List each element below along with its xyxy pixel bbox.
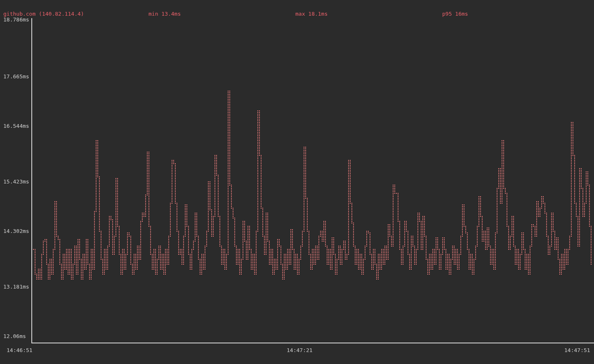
stat-min: min 13.4ms: [148, 11, 181, 17]
y-tick-label: 12.06ms: [3, 333, 26, 340]
y-tick-label: 16.544ms: [3, 123, 29, 129]
y-tick-label: 18.786ms: [3, 16, 29, 23]
stat-p95: p95 16ms: [442, 11, 468, 17]
y-tick-label: 17.665ms: [3, 73, 29, 80]
stat-max: max 18.1ms: [295, 11, 328, 17]
x-tick-label-start: 14:46:51: [7, 347, 33, 354]
x-axis-line: [31, 343, 594, 343]
gping-terminal-window: github.com (140.82.114.4) min 13.4ms max…: [0, 0, 594, 364]
latency-plot-canvas: [0, 0, 594, 364]
x-tick-label-mid: 14:47:21: [287, 347, 313, 354]
y-tick-label: 15.423ms: [3, 178, 29, 185]
y-axis-line: [31, 18, 32, 343]
y-tick-label: 14.302ms: [3, 228, 29, 235]
y-tick-label: 13.181ms: [3, 284, 29, 290]
x-tick-label-end: 14:47:51: [564, 347, 590, 354]
